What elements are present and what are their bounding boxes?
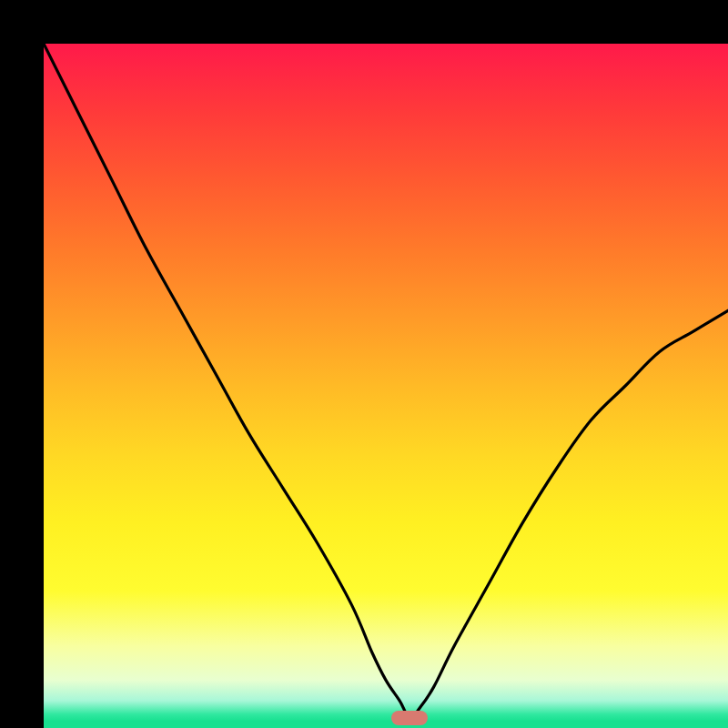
optimal-marker-icon (391, 711, 428, 725)
bottleneck-curve (44, 44, 728, 728)
plot-area (44, 44, 728, 728)
chart-frame (0, 0, 728, 728)
